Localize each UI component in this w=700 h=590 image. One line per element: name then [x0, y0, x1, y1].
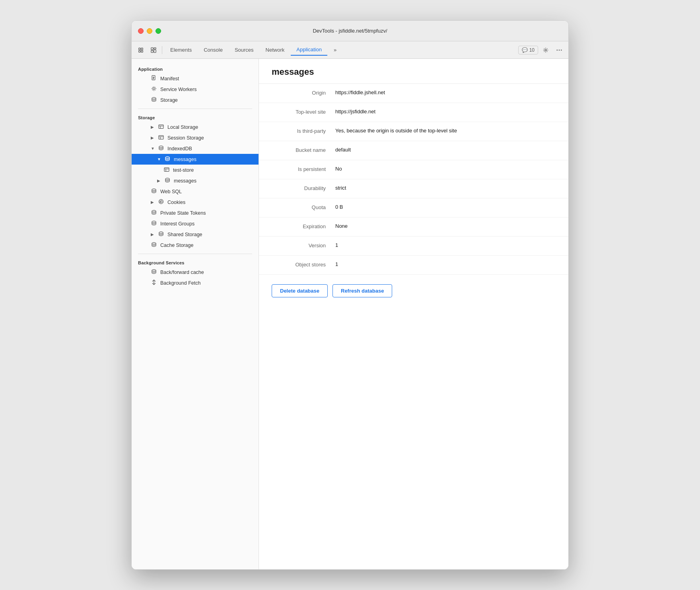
service-workers-label: Service Workers: [160, 87, 196, 92]
svg-rect-2: [139, 50, 140, 52]
refresh-database-button[interactable]: Refresh database: [332, 284, 392, 297]
detail-row-origin: Origin https://fiddle.jshell.net: [259, 84, 568, 103]
svg-point-32: [160, 201, 161, 202]
private-state-tokens-label: Private State Tokens: [160, 210, 206, 216]
value-is-third-party: Yes, because the origin is outside of th…: [335, 128, 556, 134]
sidebar-item-background-fetch[interactable]: Background Fetch: [132, 278, 259, 288]
sidebar-item-messages-collapsed[interactable]: ▶ messages: [132, 175, 259, 186]
value-durability: strict: [335, 185, 556, 191]
tab-network[interactable]: Network: [260, 45, 290, 55]
more-options-button[interactable]: [553, 46, 565, 54]
sidebar-item-local-storage[interactable]: ▶ Local Storage: [132, 122, 259, 132]
shared-storage-arrow: ▶: [151, 232, 155, 237]
label-quota: Quota: [272, 204, 335, 210]
test-store-label: test-store: [173, 167, 194, 173]
content-title: messages: [272, 67, 556, 77]
svg-point-10: [559, 49, 560, 50]
sidebar-item-manifest[interactable]: Manifest: [132, 73, 259, 84]
badge-count: 10: [529, 47, 535, 53]
cookies-label: Cookies: [167, 200, 185, 205]
detail-row-top-level-site: Top-level site https://jsfiddle.net: [259, 103, 568, 122]
svg-point-8: [545, 49, 546, 50]
backforward-cache-icon: [151, 269, 157, 276]
indexeddb-icon: [158, 145, 164, 152]
detail-row-quota: Quota 0 B: [259, 198, 568, 217]
svg-point-24: [159, 146, 163, 148]
sidebar-item-indexeddb[interactable]: ▼ IndexedDB: [132, 143, 259, 154]
websql-label: Web SQL: [160, 189, 182, 194]
cache-storage-icon: [151, 242, 157, 248]
svg-point-29: [165, 178, 169, 180]
local-storage-label: Local Storage: [167, 124, 198, 130]
svg-rect-6: [151, 50, 153, 52]
delete-database-button[interactable]: Delete database: [272, 284, 328, 297]
sidebar-item-test-store[interactable]: test-store: [132, 165, 259, 175]
svg-point-9: [556, 49, 558, 50]
tab-console[interactable]: Console: [198, 45, 228, 55]
label-durability: Durability: [272, 185, 335, 191]
value-expiration: None: [335, 223, 556, 229]
cursor-icon: [138, 47, 144, 53]
sidebar-item-shared-storage[interactable]: ▶ Shared Storage: [132, 229, 259, 240]
svg-rect-21: [159, 136, 163, 139]
indexeddb-label: IndexedDB: [167, 146, 192, 151]
cursor-tool-button[interactable]: [135, 46, 147, 54]
backforward-cache-label: Back/forward cache: [160, 270, 204, 275]
sidebar-item-cache-storage[interactable]: Cache Storage: [132, 240, 259, 250]
label-object-stores: Object stores: [272, 261, 335, 268]
ellipsis-icon: [556, 47, 562, 53]
sidebar-item-session-storage[interactable]: ▶ Session Storage: [132, 132, 259, 143]
background-fetch-icon: [151, 279, 157, 286]
sidebar-item-service-workers[interactable]: Service Workers: [132, 84, 259, 95]
sidebar-item-storage-app[interactable]: Storage: [132, 95, 259, 105]
settings-button[interactable]: [540, 46, 552, 54]
manifest-label: Manifest: [160, 76, 179, 82]
session-storage-label: Session Storage: [167, 135, 204, 141]
inspect-tool-button[interactable]: [148, 46, 159, 54]
messages-badge-button[interactable]: 💬 10: [518, 46, 538, 54]
maximize-button[interactable]: [156, 28, 161, 34]
content-header: messages: [259, 59, 568, 84]
toolbar: Elements Console Sources Network Applica…: [132, 41, 568, 59]
messages-active-label: messages: [174, 157, 196, 162]
messages-active-arrow: ▼: [157, 157, 161, 161]
svg-point-36: [162, 202, 163, 202]
sidebar-item-messages-active[interactable]: ▼ messages: [132, 154, 259, 165]
gear-icon: [543, 47, 548, 53]
private-state-tokens-icon: [151, 210, 157, 216]
svg-point-34: [161, 202, 161, 202]
cookies-icon: [158, 199, 164, 206]
sidebar-item-interest-groups[interactable]: Interest Groups: [132, 218, 259, 229]
value-object-stores: 1: [335, 261, 556, 267]
sidebar-item-backforward-cache[interactable]: Back/forward cache: [132, 267, 259, 278]
svg-point-39: [159, 232, 163, 233]
storage-app-icon: [151, 97, 157, 103]
svg-rect-4: [151, 47, 153, 49]
sidebar-item-cookies[interactable]: ▶ Cookies: [132, 197, 259, 208]
svg-rect-26: [164, 168, 169, 171]
messages-active-icon: [164, 156, 171, 163]
tab-application[interactable]: Application: [291, 44, 327, 56]
sidebar-item-private-state-tokens[interactable]: Private State Tokens: [132, 208, 259, 218]
svg-point-25: [165, 157, 169, 158]
tab-sources[interactable]: Sources: [229, 45, 259, 55]
messages-collapsed-arrow: ▶: [157, 179, 161, 183]
svg-rect-5: [154, 47, 156, 49]
service-workers-icon: [151, 86, 157, 93]
detail-row-bucket-name: Bucket name default: [259, 141, 568, 160]
close-button[interactable]: [138, 28, 144, 34]
svg-rect-3: [141, 50, 143, 52]
tab-elements[interactable]: Elements: [165, 45, 197, 55]
messages-collapsed-label: messages: [174, 178, 196, 184]
tab-more[interactable]: »: [328, 45, 342, 55]
svg-point-17: [152, 97, 156, 99]
devtools-window: DevTools - jsfiddle.net/5tmpfuzv/ Elemen…: [131, 20, 569, 570]
minimize-button[interactable]: [147, 28, 152, 34]
title-bar: DevTools - jsfiddle.net/5tmpfuzv/: [132, 21, 568, 41]
label-is-third-party: Is third-party: [272, 128, 335, 134]
sidebar-item-websql[interactable]: Web SQL: [132, 186, 259, 197]
detail-row-expiration: Expiration None: [259, 217, 568, 237]
svg-point-41: [152, 270, 156, 271]
shared-storage-icon: [158, 231, 164, 238]
toolbar-right: 💬 10: [518, 46, 565, 54]
